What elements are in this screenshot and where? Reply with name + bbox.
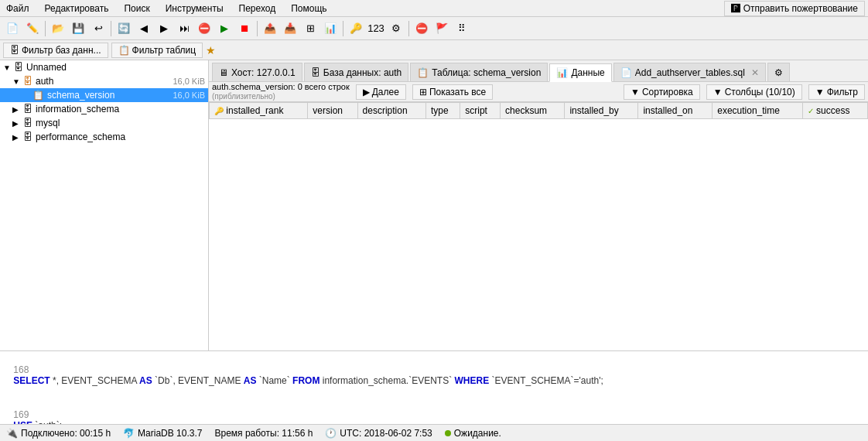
root-expand-icon: ▼ — [3, 63, 11, 72]
root-db-icon: 🗄 — [14, 62, 23, 73]
db-icon: 🐬 — [123, 428, 135, 439]
db-btn[interactable]: ⛔ — [412, 19, 431, 38]
tab-data-icon: 📊 — [556, 67, 568, 78]
perf-expand-icon: ▶ — [12, 133, 20, 142]
tab-table-icon: 📋 — [417, 67, 429, 78]
query-log: 168 SELECT *, EVENT_SCHEMA AS `Db`, EVEN… — [0, 350, 868, 424]
filter-db-icon: 🗄 — [10, 45, 19, 56]
status-indicator — [445, 430, 451, 436]
col-installed-rank[interactable]: 🔑 installed_rank — [210, 103, 308, 119]
connection-status: 🔌 Подключено: 00:15 h — [6, 428, 111, 439]
col-execution-time[interactable]: execution_time — [713, 103, 803, 119]
num-button[interactable]: 123 — [367, 19, 385, 38]
tab-bar: 🖥 Хост: 127.0.0.1 🗄 База данных: auth 📋 … — [209, 60, 868, 82]
tab-extra[interactable]: ⚙ — [767, 63, 790, 81]
tab-table[interactable]: 📋 Таблица: schema_version — [410, 63, 548, 81]
col-script[interactable]: script — [460, 103, 501, 119]
sep3 — [257, 21, 258, 36]
undo-button[interactable]: ↩ — [89, 19, 108, 38]
sidebar-db-auth[interactable]: ▼ 🗄 auth 16,0 KiB — [0, 74, 208, 88]
stop2-button[interactable]: ⏹ — [235, 19, 254, 38]
connection-icon: 🔌 — [6, 428, 18, 439]
data-toolbar: auth.schema_version: 0 всего строк (приб… — [209, 82, 868, 102]
mysql-expand-icon: ▶ — [12, 119, 20, 128]
check-icon: ✓ — [808, 107, 814, 115]
tab-sql[interactable]: 📄 Add_authserver_tables.sql ✕ — [613, 63, 766, 81]
tab-sql-close[interactable]: ✕ — [751, 67, 759, 78]
sidebar-db-information[interactable]: ▶ 🗄 information_schema — [0, 102, 208, 116]
next-btn[interactable]: ⏭ — [175, 19, 193, 38]
tab-sql-icon: 📄 — [620, 67, 632, 78]
menu-help[interactable]: Помощь — [288, 2, 330, 15]
favorite-star[interactable]: ★ — [206, 44, 216, 56]
sort-button[interactable]: ▼ Сортировка — [624, 84, 700, 100]
import-button[interactable]: 📥 — [281, 19, 299, 38]
sep4 — [343, 21, 343, 36]
edit-button[interactable]: ✏️ — [23, 19, 42, 38]
tab-db-icon: 🗄 — [311, 67, 320, 78]
statusbar: 🔌 Подключено: 00:15 h 🐬 MariaDB 10.3.7 В… — [0, 424, 868, 441]
col-installed-by[interactable]: installed_by — [565, 103, 638, 119]
run-button[interactable]: ▶ — [215, 19, 234, 38]
filter-db-button[interactable]: 🗄 Фильтр баз данн... — [3, 43, 108, 58]
sidebar-table-schema-version[interactable]: 📋 schema_version 16,0 KiB — [0, 88, 208, 102]
sep2 — [111, 21, 111, 36]
chart-button[interactable]: 📊 — [321, 19, 340, 38]
filter-button[interactable]: ▼ Фильтр — [808, 84, 865, 100]
columns-button[interactable]: ▼ Столбцы (10/10) — [706, 84, 802, 100]
menu-file[interactable]: Файл — [3, 2, 32, 15]
filter-table-button[interactable]: 📋 Фильтр таблиц — [111, 43, 203, 58]
sep1 — [45, 21, 46, 36]
show-all-button[interactable]: ⊞ Показать все — [412, 84, 493, 100]
col-installed-on[interactable]: installed_on — [638, 103, 713, 119]
refresh-button[interactable]: 🔄 — [114, 19, 133, 38]
tab-db[interactable]: 🗄 База данных: auth — [304, 63, 409, 81]
new-button[interactable]: 📄 — [3, 19, 22, 38]
next-button[interactable]: ▶ Далее — [356, 84, 406, 100]
sidebar-db-performance[interactable]: ▶ 🗄 performance_schema — [0, 130, 208, 144]
back-button[interactable]: ◀ — [135, 19, 153, 38]
tab-host[interactable]: 🖥 Хост: 127.0.0.1 — [212, 63, 302, 81]
uptime-status: Время работы: 11:56 h — [214, 428, 313, 439]
main-toolbar: 📄 ✏️ 📂 💾 ↩ 🔄 ◀ ▶ ⏭ ⛔ ▶ ⏹ 📤 📥 ⊞ 📊 🔑 123 ⚙… — [0, 17, 868, 40]
data-table: 🔑 installed_rank version description typ… — [209, 102, 868, 119]
col-checksum[interactable]: checksum — [501, 103, 565, 119]
menu-nav[interactable]: Переход — [236, 2, 279, 15]
info-db-icon: 🗄 — [23, 104, 32, 115]
main-area: ▼ 🗄 Unnamed ▼ 🗄 auth 16,0 KiB 📋 schema_v… — [0, 60, 868, 350]
utc-status: 🕐 UTC: 2018-06-02 7:53 — [325, 428, 432, 439]
table-header-row: 🔑 installed_rank version description typ… — [210, 103, 868, 119]
server-status: Ожидание. — [445, 428, 501, 439]
colon-btn[interactable]: ⠿ — [453, 19, 471, 38]
key-button[interactable]: 🔑 — [347, 19, 365, 38]
open-button[interactable]: 📂 — [49, 19, 67, 38]
content-area: 🖥 Хост: 127.0.0.1 🗄 База данных: auth 📋 … — [209, 60, 868, 350]
sidebar-root[interactable]: ▼ 🗄 Unnamed — [0, 60, 208, 74]
filter-table-icon: 📋 — [118, 45, 130, 56]
sidebar-db-mysql[interactable]: ▶ 🗄 mysql — [0, 116, 208, 130]
forward-button[interactable]: ▶ — [155, 19, 173, 38]
sort-icon: ▼ — [630, 87, 640, 97]
info-expand-icon: ▶ — [12, 105, 20, 114]
show-all-icon: ⊞ — [419, 87, 427, 97]
row-count-info: auth.schema_version: 0 всего строк (приб… — [212, 82, 350, 101]
col-success[interactable]: ✓ success — [802, 103, 867, 119]
grid-button[interactable]: ⊞ — [301, 19, 320, 38]
query-line-169: 169 USE `auth`; — [3, 398, 865, 424]
donate-button[interactable]: 🅿 Отправить пожертвование — [724, 1, 865, 16]
tab-data[interactable]: 📊 Данные — [549, 63, 611, 82]
data-table-container: 🔑 installed_rank version description typ… — [209, 102, 868, 350]
mysql-db-icon: 🗄 — [23, 118, 32, 128]
save-button[interactable]: 💾 — [69, 19, 87, 38]
col-type[interactable]: type — [425, 103, 460, 119]
menu-search[interactable]: Поиск — [121, 2, 152, 15]
menu-edit[interactable]: Редактировать — [42, 2, 112, 15]
sidebar: ▼ 🗄 Unnamed ▼ 🗄 auth 16,0 KiB 📋 schema_v… — [0, 60, 209, 350]
menu-tools[interactable]: Инструменты — [162, 2, 227, 15]
export-button[interactable]: 📤 — [261, 19, 279, 38]
settings-button[interactable]: ⚙ — [387, 19, 405, 38]
stop-button[interactable]: ⛔ — [195, 19, 214, 38]
flag-btn[interactable]: 🚩 — [432, 19, 451, 38]
col-version[interactable]: version — [308, 103, 357, 119]
col-description[interactable]: description — [357, 103, 425, 119]
